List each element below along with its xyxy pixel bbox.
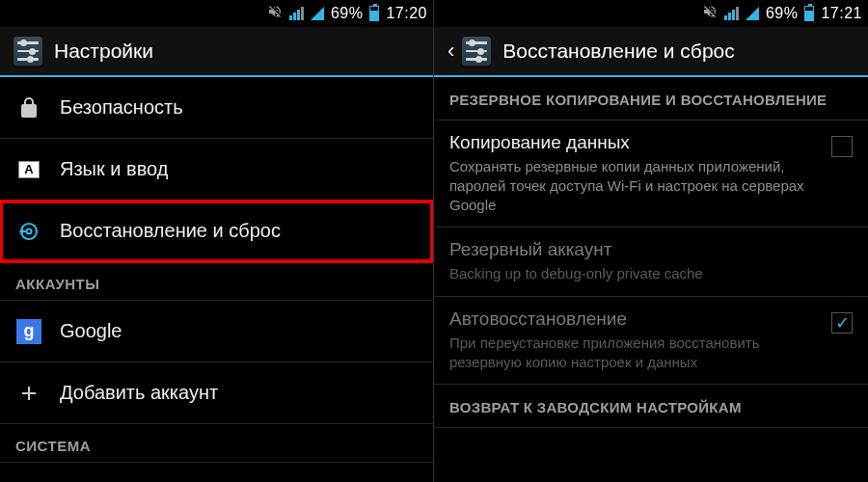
row-security[interactable]: Безопасность [0,77,433,139]
row-backup-reset[interactable]: Восстановление и сброс [0,201,433,262]
signal-bars-icon [724,7,739,20]
row-add-account[interactable]: Добавить аккаунт [0,362,433,424]
pref-subtitle: Сохранять резервные копии данных приложе… [449,157,820,216]
status-bar: 69% 17:20 [0,0,433,27]
row-label: Добавить аккаунт [60,382,218,404]
pref-auto-restore: Автовосстановление При переустановке при… [434,297,868,386]
section-accounts: АККАУНТЫ [0,262,433,301]
pref-backup-account: Резервный аккаунт Backing up to debug-on… [434,228,868,296]
row-google-account[interactable]: g Google [0,301,433,362]
language-icon: A [15,161,42,178]
page-title: Настройки [54,40,153,63]
plus-icon [15,382,42,405]
signal-triangle-icon [311,7,324,20]
row-label: Восстановление и сброс [60,220,281,242]
pref-title: Автовосстановление [449,308,820,330]
pref-subtitle: При переустановке приложения восстановит… [449,334,820,373]
row-label: Google [60,320,122,342]
vibrate-icon [702,4,718,23]
svg-point-1 [27,228,32,233]
battery-icon [804,6,814,21]
google-icon: g [15,319,42,344]
phone-left: 69% 17:20 Настройки Безопасность A Язык … [0,0,434,482]
section-backup-restore: РЕЗЕРВНОЕ КОПИРОВАНИЕ И ВОССТАНОВЛЕНИЕ [434,77,868,120]
pref-backup-data[interactable]: Копирование данных Сохранять резервные к… [434,120,868,228]
status-time: 17:20 [386,5,427,22]
battery-percent: 69% [766,5,799,22]
reset-icon [15,220,42,243]
prefs-list[interactable]: РЕЗЕРВНОЕ КОПИРОВАНИЕ И ВОССТАНОВЛЕНИЕ К… [434,77,868,482]
status-time: 17:21 [821,5,862,22]
battery-percent: 69% [331,5,364,22]
header: Настройки [0,27,433,77]
row-language[interactable]: A Язык и ввод [0,139,433,201]
settings-icon [462,37,491,66]
row-label: Безопасность [60,96,183,119]
settings-icon [14,37,42,66]
pref-title: Копирование данных [449,132,820,153]
section-system: СИСТЕМА [0,424,433,463]
vibrate-icon [267,4,283,23]
status-bar: 69% 17:21 [434,0,868,27]
page-title: Восстановление и сброс [502,40,734,63]
signal-triangle-icon [746,7,759,20]
checkbox-checked: ✓ [831,312,853,334]
pref-title: Резервный аккаунт [449,239,853,260]
row-label: Язык и ввод [60,158,168,180]
checkbox[interactable] [831,136,853,157]
signal-bars-icon [289,7,304,20]
settings-list[interactable]: Безопасность A Язык и ввод Восстановлени… [0,77,433,482]
battery-icon [369,6,379,21]
back-icon[interactable]: ‹ [448,39,454,64]
lock-icon [15,96,42,120]
phone-right: 69% 17:21 ‹ Восстановление и сброс РЕЗЕР… [434,0,868,482]
pref-subtitle: Backing up to debug-only private cache [449,264,853,283]
section-factory-reset: ВОЗВРАТ К ЗАВОДСКИМ НАСТРОЙКАМ [434,385,868,428]
header[interactable]: ‹ Восстановление и сброс [434,27,868,77]
